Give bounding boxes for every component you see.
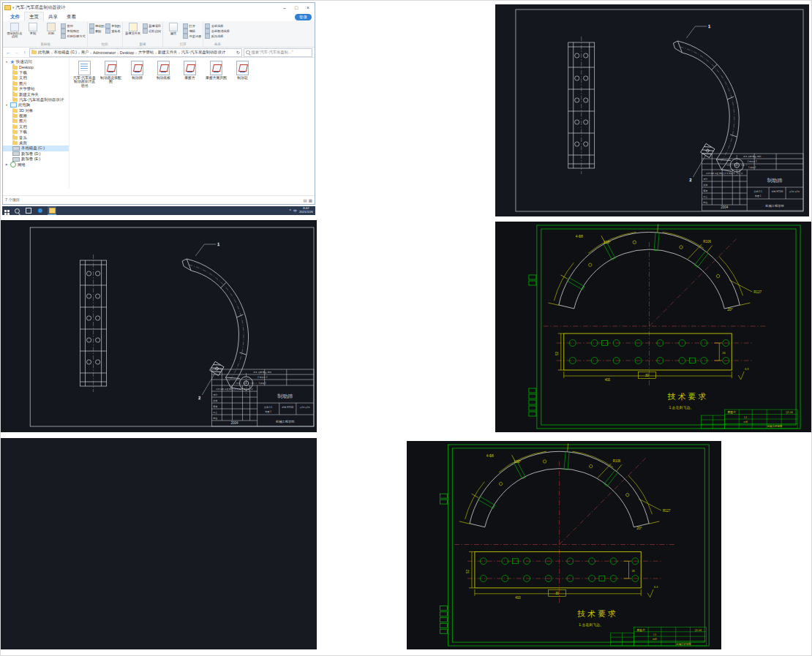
computer-icon: [10, 102, 17, 108]
invert-selection-button[interactable]: 反向选择: [205, 34, 230, 38]
move-to-button[interactable]: 移动到: [89, 23, 105, 28]
paste-shortcut-button[interactable]: 粘贴快捷方式: [61, 34, 86, 38]
drive-icon: [12, 157, 20, 162]
search-placeholder: 搜索“汽车-汽车底盘制…”: [252, 50, 293, 55]
select-none-button[interactable]: 全部取消选择: [205, 29, 230, 33]
quick-toolbar-dropdown[interactable]: ▾: [12, 6, 14, 10]
tree-network-header[interactable]: ▶网络: [3, 162, 69, 167]
breadcrumb-segment[interactable]: 本地磁盘 (C:): [53, 50, 78, 55]
paste-button[interactable]: 粘贴: [42, 22, 60, 35]
breadcrumb[interactable]: 此电脑› 本地磁盘 (C:)› 用户› Administrator› Deskt…: [29, 48, 242, 57]
tree-item-folder[interactable]: 汽车-汽车底盘制动器设计: [3, 97, 69, 102]
back-button[interactable]: ←: [5, 50, 12, 55]
file-item[interactable]: 制动底板: [151, 61, 176, 80]
tab-share[interactable]: 共享: [44, 12, 62, 21]
drawing-number: QC-04: [786, 411, 793, 414]
tree-item-pictures[interactable]: 图片: [3, 81, 69, 86]
tree-item-documents[interactable]: 文档: [3, 75, 69, 80]
edit-button[interactable]: 编辑: [183, 29, 201, 33]
refresh-icon[interactable]: ↻: [236, 50, 240, 55]
maximize-button[interactable]: □: [291, 4, 301, 12]
forward-button[interactable]: →: [13, 50, 20, 55]
tree-item-folder[interactable]: 新建文件夹: [3, 91, 69, 97]
tree-item-volume-d[interactable]: 新加卷 (D:): [3, 151, 69, 157]
tree-quick-access-header[interactable]: ▼快速访问: [3, 59, 69, 64]
screenshot-collage: ▾ 汽车-汽车底盘制动器设计 – □ × 文件 主页 共享 查看 登录: [0, 0, 812, 656]
tree-item-local-disk-c[interactable]: 本地磁盘 (C:): [3, 146, 69, 151]
folder-icon: [12, 136, 18, 140]
taskbar-clock[interactable]: 8:42 2021/1/26: [299, 207, 313, 214]
invert-selection-icon: [205, 34, 210, 39]
folder-icon: [12, 76, 18, 80]
explorer-taskbar-button[interactable]: [48, 206, 56, 215]
tree-item-desktop[interactable]: Desktop: [3, 64, 69, 69]
list-view-icon[interactable]: ▤: [304, 198, 307, 203]
school-name: 机械工程学院: [767, 424, 783, 428]
tree-item-pictures[interactable]: 图片: [3, 118, 69, 124]
revision-header: 标记 处数 分区 更改文件号 签名 年、月、日: [705, 172, 743, 175]
cut-button[interactable]: 剪切: [61, 23, 86, 28]
tree-item-music[interactable]: 音乐: [3, 135, 69, 140]
taskbar-search-button[interactable]: [12, 206, 21, 215]
delete-button[interactable]: 删除: [89, 29, 105, 33]
breadcrumb-segment[interactable]: 此电脑: [37, 50, 50, 55]
rename-button[interactable]: 重命名: [105, 29, 121, 33]
copy-to-button[interactable]: 复制到: [105, 23, 121, 28]
file-item[interactable]: 汽车-汽车底盘制动器设计说明书: [72, 61, 97, 88]
tree-item-desktop[interactable]: 桌面: [3, 140, 69, 146]
breadcrumb-segment[interactable]: 用户: [80, 50, 90, 55]
open-button[interactable]: 打开: [183, 23, 201, 28]
file-item[interactable]: 制动蹄: [125, 61, 149, 80]
easy-access-button[interactable]: 轻松访问: [143, 29, 161, 33]
tree-item-downloads[interactable]: 下载: [3, 70, 69, 75]
svg-text:序号 名称 数量 材料: 序号 名称 数量 材料: [253, 372, 271, 374]
cut-icon: [61, 23, 66, 29]
tree-item-videos[interactable]: 视频: [3, 113, 69, 118]
copy-path-button[interactable]: 复制路径: [61, 29, 86, 33]
signin-button[interactable]: 登录: [295, 14, 312, 20]
file-item[interactable]: 摩擦片: [178, 61, 202, 80]
drawing-frame: [516, 10, 803, 211]
tab-home[interactable]: 主页: [24, 12, 44, 21]
select-none-icon: [205, 29, 210, 34]
file-item[interactable]: 制动轮: [230, 61, 255, 80]
tray-chevron-icon[interactable]: ^: [290, 208, 291, 213]
file-item[interactable]: 摩擦片展开图: [204, 61, 228, 80]
brake-shoe-drawing: 1 2 序号 名称 数量 材料 2 摩擦片 2 1 蹄铁 1 标记 处: [495, 4, 809, 216]
file-item[interactable]: 制动器总装配图: [99, 61, 123, 84]
tree-item-folder[interactable]: 大学驿站: [3, 86, 69, 91]
copy-button[interactable]: 复制: [24, 22, 42, 35]
breadcrumb-segment[interactable]: Desktop: [119, 50, 135, 55]
tree-item-3d-objects[interactable]: 3D 对象: [3, 108, 69, 113]
tree-this-pc-header[interactable]: ▼此电脑: [3, 102, 69, 108]
pin-to-quick-access-button[interactable]: 固定到快速访问: [6, 22, 23, 38]
up-button[interactable]: ↑: [21, 50, 28, 55]
breadcrumb-segment[interactable]: 大学驿站: [138, 50, 154, 55]
select-all-button[interactable]: 全部选择: [205, 23, 230, 28]
breadcrumb-segment[interactable]: 新建文件夹: [157, 50, 178, 55]
svg-text:石棉: 石棉: [743, 421, 748, 423]
ime-indicator[interactable]: 中: [293, 208, 297, 213]
grid-view-icon[interactable]: ▦: [309, 198, 312, 203]
svg-text:批准: 批准: [213, 417, 217, 420]
new-item-button[interactable]: 新建项目: [143, 23, 161, 28]
tree-item-documents[interactable]: 文档: [3, 124, 69, 129]
task-view-button[interactable]: [24, 206, 33, 215]
tab-file[interactable]: 文件: [6, 12, 24, 21]
new-folder-button[interactable]: 新建文件夹: [124, 22, 142, 35]
search-input[interactable]: 搜索“汽车-汽车底盘制…”: [244, 48, 312, 57]
chevron-right-icon: ›: [117, 50, 119, 55]
open-icon: [183, 23, 188, 29]
close-button[interactable]: ×: [303, 4, 313, 12]
tree-item-downloads[interactable]: 下载: [3, 129, 69, 135]
tab-view[interactable]: 查看: [62, 12, 80, 21]
breadcrumb-segment[interactable]: Administrator: [92, 50, 116, 55]
folder-icon: [12, 114, 18, 118]
minimize-button[interactable]: –: [279, 4, 290, 12]
drawing-frame: [529, 225, 800, 429]
edge-button[interactable]: [36, 206, 45, 215]
history-button[interactable]: 历史记录: [183, 34, 201, 38]
breadcrumb-segment[interactable]: 汽车-汽车底盘制动器设计: [181, 50, 226, 55]
start-button[interactable]: [4, 210, 7, 212]
properties-button[interactable]: 属性: [165, 22, 182, 35]
